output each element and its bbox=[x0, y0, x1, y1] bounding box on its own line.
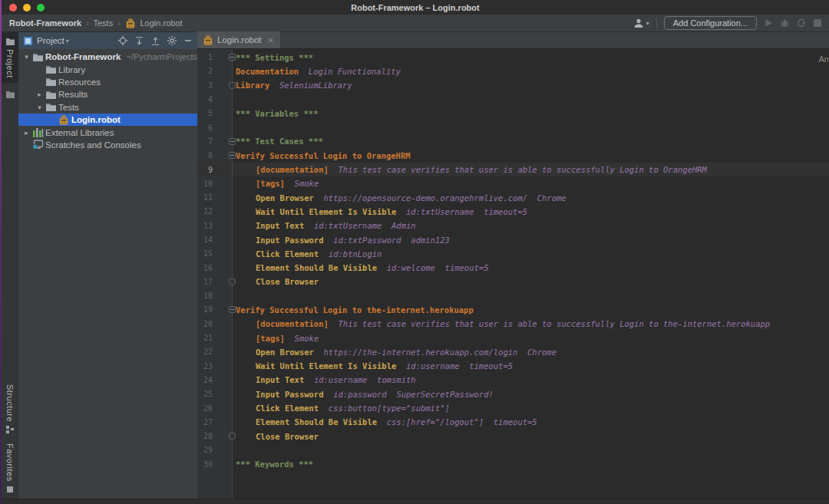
code-line-12[interactable]: 12Wait Until Element Is Visible id:txtUs… bbox=[197, 205, 829, 219]
gutter-cell[interactable]: 1 bbox=[197, 51, 233, 64]
code-text[interactable]: [documentation] This test case verifies … bbox=[233, 165, 707, 174]
line-number[interactable]: 30 bbox=[203, 460, 213, 469]
line-number[interactable]: 3 bbox=[208, 81, 213, 90]
gutter-cell[interactable]: 30 bbox=[197, 457, 233, 471]
code-line-20[interactable]: 20[documentation] This test case verifie… bbox=[197, 317, 829, 331]
gutter-cell[interactable]: 9 bbox=[197, 163, 233, 176]
code-line-13[interactable]: 13Input Text id:txtUsername Admin bbox=[197, 219, 829, 232]
code-text[interactable]: Open Browser https://the-internet.heroku… bbox=[233, 348, 557, 357]
line-number[interactable]: 26 bbox=[203, 404, 213, 413]
code-text[interactable]: [tags] Smoke bbox=[233, 179, 319, 188]
code-editor[interactable]: 1*** Settings ***2Documentation Login Fu… bbox=[197, 49, 829, 499]
code-text[interactable]: *** Keywords *** bbox=[233, 460, 313, 469]
tree-item-library[interactable]: Library bbox=[18, 63, 197, 75]
code-line-18[interactable]: 18 bbox=[197, 289, 829, 303]
line-number[interactable]: 10 bbox=[203, 180, 213, 188]
fold-start-icon[interactable] bbox=[229, 54, 236, 61]
locate-icon[interactable] bbox=[117, 35, 128, 46]
code-text[interactable]: Open Browser https://opensource-demo.ora… bbox=[233, 193, 566, 203]
code-line-5[interactable]: 5*** Variables *** bbox=[197, 107, 829, 120]
code-line-21[interactable]: 21[tags] Smoke bbox=[197, 331, 829, 344]
line-number[interactable]: 18 bbox=[203, 292, 213, 300]
fold-end-icon[interactable] bbox=[229, 278, 236, 285]
code-line-15[interactable]: 15Click Element id:btnLogin bbox=[197, 247, 829, 261]
stripe-tab-project[interactable]: Project bbox=[2, 32, 18, 83]
code-line-1[interactable]: 1*** Settings *** bbox=[197, 51, 829, 64]
close-tab-icon[interactable]: ✕ bbox=[268, 36, 274, 44]
line-number[interactable]: 1 bbox=[208, 53, 213, 61]
gutter-cell[interactable]: 12 bbox=[197, 205, 233, 219]
stripe-tab-structure[interactable]: Structure bbox=[2, 380, 18, 439]
gutter-cell[interactable]: 17 bbox=[197, 275, 233, 288]
gutter-cell[interactable]: 27 bbox=[197, 415, 233, 429]
debug-icon[interactable] bbox=[780, 18, 790, 28]
code-text[interactable]: Library SeleniumLibrary bbox=[233, 81, 352, 90]
code-line-26[interactable]: 26Click Element css:button[type="submit"… bbox=[197, 401, 829, 415]
chevron-right-icon[interactable]: ▸ bbox=[21, 129, 32, 137]
code-text[interactable]: Documentation Login Functionality bbox=[233, 67, 401, 76]
code-line-25[interactable]: 25Input Password id:password SuperSecret… bbox=[197, 387, 829, 401]
code-text[interactable]: Input Text id:txtUsername Admin bbox=[233, 221, 416, 230]
collapse-all-icon[interactable] bbox=[150, 36, 160, 46]
chevron-right-icon[interactable]: ▸ bbox=[34, 91, 45, 98]
tree-item-resources[interactable]: Resources bbox=[18, 76, 197, 88]
user-icon[interactable]: ▾ bbox=[632, 18, 649, 28]
gutter-cell[interactable]: 28 bbox=[197, 430, 233, 443]
line-number[interactable]: 5 bbox=[208, 109, 213, 117]
code-text[interactable]: Wait Until Element Is Visible id:txtUser… bbox=[233, 207, 527, 216]
gutter-cell[interactable]: 7 bbox=[197, 134, 233, 148]
gutter-cell[interactable]: 15 bbox=[197, 247, 233, 261]
code-text[interactable]: Close Browser bbox=[233, 277, 319, 286]
run-icon[interactable] bbox=[764, 18, 773, 28]
gutter-cell[interactable]: 4 bbox=[197, 92, 233, 106]
code-line-16[interactable]: 16Element Should Be Visible id:welcome t… bbox=[197, 261, 829, 275]
tree-item-robot-framework[interactable]: ▾Robot-Framework~/PycharmProjects/R bbox=[18, 51, 197, 63]
breadcrumb-project[interactable]: Robot-Framework bbox=[9, 18, 81, 28]
tab-login-robot[interactable]: Login.robot ✕ bbox=[197, 31, 280, 48]
code-line-6[interactable]: 6 bbox=[197, 120, 829, 134]
tree-item-results[interactable]: ▸Results bbox=[18, 88, 197, 100]
code-text[interactable]: Verify Successful Login to OrangeHRM bbox=[233, 151, 411, 160]
line-number[interactable]: 29 bbox=[203, 446, 213, 454]
gutter-cell[interactable]: 6 bbox=[197, 120, 233, 134]
code-text[interactable]: Input Password id:txtPassword admin123 bbox=[233, 236, 450, 245]
code-text[interactable]: *** Variables *** bbox=[233, 109, 318, 118]
line-number[interactable]: 7 bbox=[208, 137, 213, 146]
code-line-27[interactable]: 27Element Should Be Visible css:[href="/… bbox=[197, 415, 829, 429]
gutter-cell[interactable]: 5 bbox=[197, 107, 233, 120]
line-number[interactable]: 14 bbox=[203, 236, 213, 244]
line-number[interactable]: 8 bbox=[208, 151, 213, 160]
gutter-cell[interactable]: 10 bbox=[197, 176, 233, 190]
fold-start-icon[interactable] bbox=[229, 306, 236, 313]
fold-end-icon[interactable] bbox=[229, 82, 236, 89]
project-panel-title[interactable]: Project bbox=[37, 36, 64, 45]
fold-start-icon[interactable] bbox=[229, 138, 236, 145]
line-number[interactable]: 9 bbox=[208, 166, 213, 174]
line-number[interactable]: 28 bbox=[203, 432, 213, 440]
code-text[interactable]: Verify Successful Login to the-internet.… bbox=[233, 305, 474, 315]
code-line-10[interactable]: 10[tags] Smoke bbox=[197, 176, 829, 190]
gutter-cell[interactable]: 24 bbox=[197, 373, 233, 387]
gutter-cell[interactable]: 3 bbox=[197, 78, 233, 92]
expand-all-icon[interactable] bbox=[134, 36, 144, 46]
code-line-11[interactable]: 11Open Browser https://opensource-demo.o… bbox=[197, 190, 829, 204]
code-line-23[interactable]: 23Wait Until Element Is Visible id:usern… bbox=[197, 359, 829, 373]
line-number[interactable]: 22 bbox=[203, 348, 213, 356]
gutter-cell[interactable]: 21 bbox=[197, 331, 233, 344]
tree-item-external-libraries[interactable]: ▸External Libraries bbox=[18, 126, 197, 138]
code-text[interactable]: Click Element id:btnLogin bbox=[233, 249, 381, 259]
chevron-down-icon[interactable]: ▾ bbox=[34, 104, 45, 111]
fold-start-icon[interactable] bbox=[229, 152, 236, 159]
code-line-17[interactable]: 17Close Browser bbox=[197, 275, 829, 288]
line-number[interactable]: 21 bbox=[203, 334, 213, 342]
gutter-cell[interactable]: 8 bbox=[197, 149, 233, 163]
stripe-tab-favorites[interactable]: Favorites bbox=[2, 439, 18, 499]
code-line-24[interactable]: 24Input Text id:username tomsmith bbox=[197, 373, 829, 387]
gutter-cell[interactable]: 26 bbox=[197, 401, 233, 415]
gutter-cell[interactable]: 18 bbox=[197, 289, 233, 303]
line-number[interactable]: 25 bbox=[203, 390, 213, 398]
line-number[interactable]: 19 bbox=[203, 305, 213, 314]
hide-panel-icon[interactable] bbox=[183, 36, 193, 45]
line-number[interactable]: 12 bbox=[203, 207, 213, 216]
code-text[interactable]: [documentation] This test case verifies … bbox=[233, 319, 770, 328]
